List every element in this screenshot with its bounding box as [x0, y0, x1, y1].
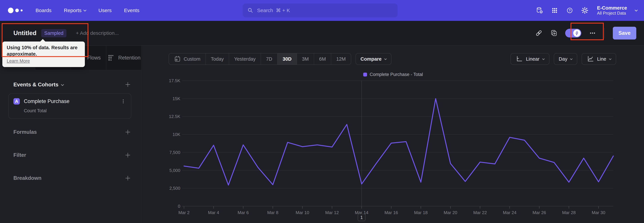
save-button[interactable]: Save	[613, 27, 636, 40]
y-tick-label: 15K	[155, 96, 180, 101]
add-breakdown-button[interactable]	[124, 175, 131, 181]
query-sidebar: Insights Funnels Flows Retention	[0, 46, 142, 223]
report-header: Untitled Sampled + Add description... Sa…	[0, 21, 644, 46]
section-label: Filter	[14, 152, 26, 158]
top-nav: Boards Reports Users Events ? E-Commerce	[0, 0, 644, 21]
sampling-tooltip: Using 10% of data. Results are approxima…	[2, 42, 85, 67]
section-formulas: Formulas	[0, 121, 142, 144]
line-chart-plot[interactable]	[142, 46, 644, 223]
event-card[interactable]: A Complete Purchase Count Total	[8, 93, 131, 119]
pagination-page-1[interactable]: 1	[358, 214, 366, 221]
retention-icon	[107, 54, 115, 62]
chart-card: Custom Today Yesterday 7D 30D 3M 6M 12M …	[142, 46, 644, 223]
query-sections: Formulas Filter Breakdown	[0, 121, 142, 190]
chevron-down-icon	[61, 83, 64, 86]
y-tick-label: 12.5K	[155, 114, 180, 119]
kebab-menu-icon[interactable]	[120, 98, 126, 104]
tab-retention[interactable]: Retention	[106, 46, 142, 70]
divider	[604, 28, 605, 38]
section-filter: Filter	[0, 144, 142, 167]
event-letter-badge: A	[14, 98, 20, 104]
sampling-toggle[interactable]	[565, 29, 581, 38]
y-tick-label: 17.5K	[155, 78, 180, 83]
tab-label: Retention	[118, 55, 140, 61]
learn-more-link[interactable]: Learn More	[7, 58, 30, 64]
data-management-icon[interactable]	[536, 7, 544, 14]
x-tick-label: Mar 18	[409, 210, 432, 215]
add-description[interactable]: + Add description...	[76, 30, 119, 36]
tab-label: Flows	[87, 55, 101, 61]
nav-item-label: Users	[98, 8, 112, 13]
x-tick-label: Mar 12	[320, 210, 344, 215]
chevron-down-icon	[83, 9, 86, 12]
share-link-icon[interactable]	[535, 29, 543, 37]
section-label: Breakdown	[14, 175, 42, 181]
x-tick-label: Mar 10	[291, 210, 314, 215]
help-icon[interactable]: ?	[566, 7, 574, 14]
x-tick-label: Mar 28	[557, 210, 580, 215]
report-actions: Save	[535, 27, 636, 40]
nav-item-reports[interactable]: Reports	[64, 8, 86, 13]
x-tick-label: Mar 26	[528, 210, 551, 215]
event-name[interactable]: Complete Purchase	[24, 98, 70, 104]
more-options-icon[interactable]	[589, 29, 596, 37]
x-tick-label: Mar 2	[172, 210, 196, 215]
nav-item-label: Events	[124, 8, 139, 13]
x-tick-label: Mar 4	[202, 210, 226, 215]
nav-right-cluster: ? E-Commerce All Project Data	[536, 0, 637, 21]
y-tick-label: 5,000	[155, 168, 180, 173]
x-tick-label: Mar 20	[439, 210, 462, 215]
section-label: Formulas	[14, 129, 37, 135]
add-event-button[interactable]	[124, 81, 131, 88]
x-tick-label: Mar 6	[232, 210, 255, 215]
nav-item-users[interactable]: Users	[98, 8, 112, 13]
tooltip-message: Using 10% of data. Results are approxima…	[7, 45, 80, 57]
sampled-badge[interactable]: Sampled	[41, 29, 66, 37]
lightning-bolt-icon	[574, 31, 579, 36]
event-metric[interactable]: Count Total	[24, 108, 126, 114]
events-cohorts-title[interactable]: Events & Cohorts	[14, 81, 64, 88]
search-input[interactable]	[257, 8, 393, 14]
nav-item-events[interactable]: Events	[124, 8, 139, 13]
project-name: E-Commerce	[597, 5, 627, 11]
y-tick-label: 10K	[155, 132, 180, 137]
x-tick-label: Mar 30	[587, 210, 610, 215]
mixpanel-logo-icon[interactable]	[8, 6, 28, 15]
x-tick-label: Mar 22	[468, 210, 492, 215]
x-tick-label: Mar 24	[498, 210, 522, 215]
add-formula-button[interactable]	[124, 129, 131, 135]
chevron-down-icon	[634, 9, 638, 12]
x-tick-label: Mar 16	[380, 210, 403, 215]
events-cohorts-header: Events & Cohorts	[0, 70, 142, 88]
nav-item-label: Boards	[36, 8, 52, 13]
add-to-board-icon[interactable]	[550, 29, 558, 37]
project-switcher[interactable]: E-Commerce All Project Data	[597, 5, 627, 16]
sampling-toggle-knob	[573, 29, 580, 37]
mixpanel-insights-page: Boards Reports Users Events ? E-Commerce	[0, 0, 644, 223]
events-cohorts-label: Events & Cohorts	[14, 81, 58, 88]
add-filter-button[interactable]	[124, 152, 131, 158]
y-tick-label: 2,500	[155, 185, 180, 191]
project-scope: All Project Data	[597, 11, 627, 16]
section-breakdown: Breakdown	[0, 167, 142, 190]
y-tick-label: 0	[155, 203, 180, 209]
search-icon	[247, 7, 254, 14]
y-tick-label: 7,500	[155, 150, 180, 155]
nav-items: Boards Reports Users Events	[36, 8, 139, 13]
search-bar[interactable]	[243, 4, 398, 17]
apps-grid-icon[interactable]	[551, 7, 558, 14]
settings-gear-icon[interactable]	[581, 7, 589, 14]
x-tick-label: Mar 8	[261, 210, 284, 215]
report-title[interactable]: Untitled	[14, 30, 36, 37]
nav-item-label: Reports	[64, 8, 82, 13]
svg-text:?: ?	[569, 9, 571, 12]
nav-item-boards[interactable]: Boards	[36, 8, 52, 13]
